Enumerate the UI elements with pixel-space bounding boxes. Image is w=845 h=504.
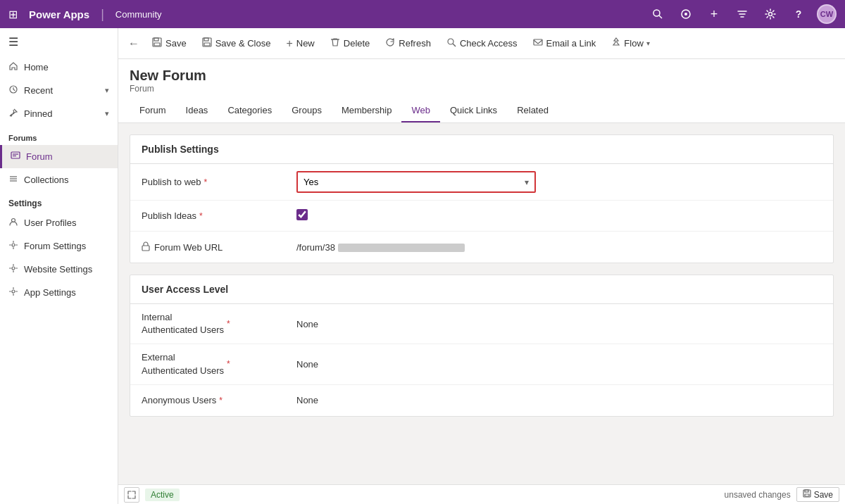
anonymous-users-value: None xyxy=(296,395,822,405)
user-avatar[interactable]: CW xyxy=(817,4,837,24)
refresh-button[interactable]: Refresh xyxy=(378,34,438,53)
status-save-button[interactable]: Save xyxy=(796,487,839,502)
publish-ideas-row: Publish Ideas * xyxy=(130,201,833,232)
content-area: ← Save Save & Close + New xyxy=(118,28,845,504)
sidebar-item-website-settings-label: Website Settings xyxy=(24,264,92,275)
anonymous-access-value: None xyxy=(296,395,318,405)
publish-ideas-checkbox[interactable] xyxy=(296,209,308,220)
svg-point-24 xyxy=(448,39,453,44)
tab-quick-links[interactable]: Quick Links xyxy=(440,99,507,122)
sidebar-item-home[interactable]: Home xyxy=(0,56,118,79)
forum-icon xyxy=(11,151,20,163)
topbar: ⊞ Power Apps | Community + ? CW xyxy=(0,0,845,28)
save-close-label: Save & Close xyxy=(215,38,271,49)
check-access-label: Check Access xyxy=(460,38,518,49)
anonymous-users-label: Anonymous Users * xyxy=(142,395,296,405)
forum-web-url-blurred xyxy=(338,244,465,252)
flow-button[interactable]: Flow ▾ xyxy=(604,34,656,53)
publish-to-web-dropdown[interactable]: Yes No ▾ xyxy=(296,171,536,193)
flow-icon xyxy=(611,37,621,49)
sidebar-item-home-label: Home xyxy=(24,62,49,73)
forum-settings-icon xyxy=(8,240,18,252)
internal-required: * xyxy=(227,318,230,330)
email-link-button[interactable]: Email a Link xyxy=(526,34,603,53)
sidebar-item-user-profiles[interactable]: User Profiles xyxy=(0,211,118,234)
internal-users-label: InternalAuthenticated Users * xyxy=(142,311,296,336)
sidebar-item-forum-label: Forum xyxy=(26,151,53,162)
forum-web-url-field: /forum/38 xyxy=(296,242,822,253)
sidebar-item-app-settings-label: App Settings xyxy=(24,287,76,298)
environment-label: Community xyxy=(115,9,162,20)
refresh-icon xyxy=(385,37,395,49)
tab-membership[interactable]: Membership xyxy=(332,99,402,122)
topbar-divider: | xyxy=(101,7,104,22)
recent-chevron-icon: ▾ xyxy=(105,86,109,95)
external-users-row: ExternalAuthenticated Users * None xyxy=(130,344,833,384)
app-name: Power Apps xyxy=(29,8,89,20)
delete-icon xyxy=(330,37,340,49)
svg-line-1 xyxy=(659,15,662,18)
check-access-button[interactable]: Check Access xyxy=(439,34,525,53)
filter-icon[interactable] xyxy=(732,4,752,24)
svg-rect-29 xyxy=(805,490,808,492)
status-icon[interactable] xyxy=(676,4,696,24)
publish-to-web-required: * xyxy=(204,177,208,187)
tab-groups[interactable]: Groups xyxy=(282,99,332,122)
page-subtitle: Forum xyxy=(130,84,834,94)
svg-rect-18 xyxy=(154,38,158,41)
tab-web[interactable]: Web xyxy=(401,99,440,122)
tab-ideas[interactable]: Ideas xyxy=(176,99,218,122)
svg-rect-7 xyxy=(11,152,20,158)
collections-icon xyxy=(8,174,18,186)
svg-point-16 xyxy=(12,290,15,293)
app-settings-icon xyxy=(8,286,18,298)
external-users-label: ExternalAuthenticated Users * xyxy=(142,351,296,377)
flow-label: Flow xyxy=(624,38,643,49)
sidebar-item-collections-label: Collections xyxy=(24,175,69,185)
forum-web-url-label: Forum Web URL xyxy=(142,241,296,253)
sidebar-item-forum-settings[interactable]: Forum Settings xyxy=(0,234,118,258)
publish-ideas-required: * xyxy=(199,211,203,221)
page-title: New Forum xyxy=(130,68,834,84)
user-access-section: User Access Level InternalAuthenticated … xyxy=(130,275,834,417)
email-link-icon xyxy=(533,37,543,49)
new-button[interactable]: + New xyxy=(279,34,321,53)
svg-rect-26 xyxy=(534,39,542,45)
delete-button[interactable]: Delete xyxy=(323,34,377,53)
sidebar-item-pinned[interactable]: Pinned ▾ xyxy=(0,102,118,125)
svg-rect-30 xyxy=(805,494,809,496)
save-button[interactable]: Save xyxy=(145,34,194,53)
tab-categories[interactable]: Categories xyxy=(218,99,282,122)
sidebar-item-user-profiles-label: User Profiles xyxy=(24,218,76,228)
email-link-label: Email a Link xyxy=(546,38,596,49)
add-icon[interactable]: + xyxy=(704,4,724,24)
tab-related[interactable]: Related xyxy=(507,99,558,122)
publish-to-web-label: Publish to web * xyxy=(142,177,296,187)
sidebar-item-recent[interactable]: Recent ▾ xyxy=(0,79,118,102)
sidebar-item-collections[interactable]: Collections xyxy=(0,168,118,191)
help-icon[interactable]: ? xyxy=(789,4,808,24)
internal-users-value: None xyxy=(296,319,822,329)
sidebar: ☰ Home Recent ▾ Pinned ▾ Forums xyxy=(0,28,118,504)
hamburger-icon: ☰ xyxy=(8,35,18,49)
publish-to-web-select[interactable]: Yes No xyxy=(298,172,519,191)
settings-group-label: Settings xyxy=(0,191,118,211)
publish-settings-header: Publish Settings xyxy=(130,135,833,164)
tab-forum[interactable]: Forum xyxy=(130,99,176,122)
sidebar-item-website-settings[interactable]: Website Settings xyxy=(0,258,118,281)
svg-rect-21 xyxy=(204,38,208,41)
hamburger-button[interactable]: ☰ xyxy=(0,28,118,56)
user-profiles-icon xyxy=(8,217,18,229)
waffle-icon[interactable]: ⊞ xyxy=(8,8,18,21)
sidebar-item-app-settings[interactable]: App Settings xyxy=(0,281,118,304)
search-icon[interactable] xyxy=(648,4,668,24)
svg-rect-27 xyxy=(142,246,149,251)
save-close-button[interactable]: Save & Close xyxy=(195,34,278,53)
status-badge: Active xyxy=(145,489,180,501)
back-button[interactable]: ← xyxy=(124,34,144,53)
external-required: * xyxy=(227,358,230,370)
sidebar-item-forum[interactable]: Forum xyxy=(0,145,118,168)
expand-button[interactable] xyxy=(124,487,139,503)
forums-group-label: Forums xyxy=(0,125,118,145)
settings-icon[interactable] xyxy=(760,4,780,24)
